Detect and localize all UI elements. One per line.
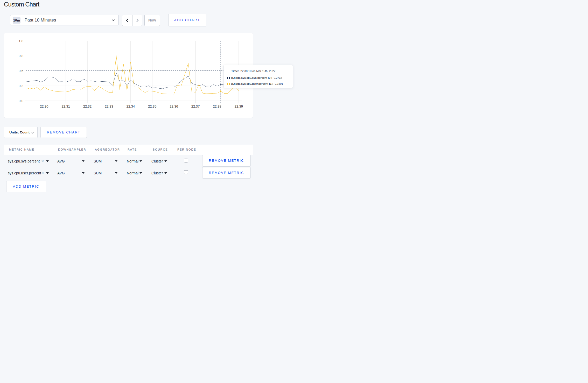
svg-text:0.8: 0.8 xyxy=(19,54,23,58)
svg-text:22:30: 22:30 xyxy=(40,104,48,108)
svg-text:22:31: 22:31 xyxy=(61,104,70,108)
svg-text:22:34: 22:34 xyxy=(127,104,135,108)
svg-text:1.0: 1.0 xyxy=(19,39,23,43)
svg-text:22:35: 22:35 xyxy=(148,104,157,108)
svg-text:22:36: 22:36 xyxy=(170,104,178,108)
svg-text:22:33: 22:33 xyxy=(105,104,113,108)
svg-text:22:39: 22:39 xyxy=(235,104,243,108)
svg-text:22:38: 22:38 xyxy=(213,104,221,108)
svg-text:22:37: 22:37 xyxy=(191,104,200,108)
svg-text:0.3: 0.3 xyxy=(19,84,23,88)
svg-text:0.5: 0.5 xyxy=(19,69,23,73)
svg-text:0.0: 0.0 xyxy=(19,99,23,103)
svg-text:22:32: 22:32 xyxy=(83,104,92,108)
